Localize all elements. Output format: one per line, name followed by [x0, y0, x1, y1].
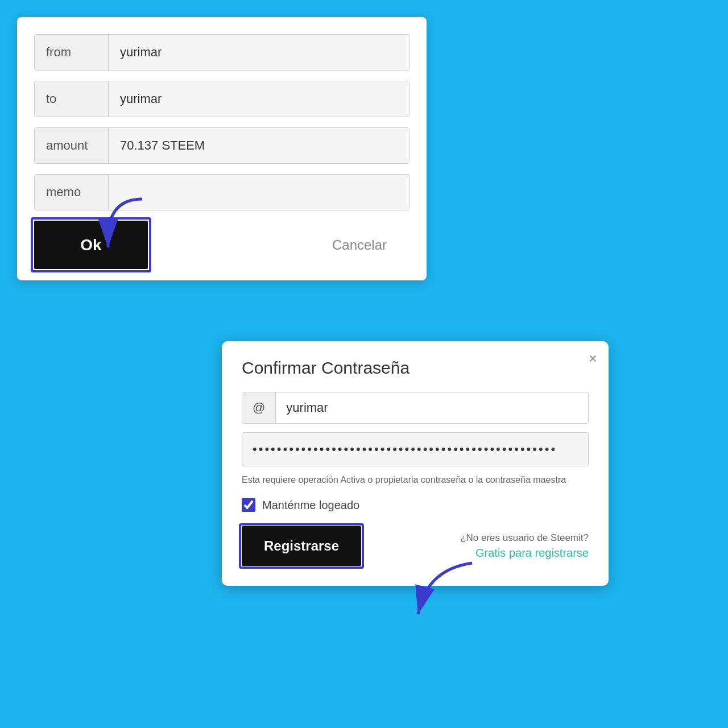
amount-row: amount 70.137 STEEM	[34, 127, 410, 164]
free-register-link[interactable]: Gratis para registrarse	[475, 547, 589, 559]
to-label: to	[35, 81, 109, 117]
not-user-text: ¿No eres usuario de Steemit?	[460, 532, 589, 544]
username-row: @ yurimar	[242, 392, 589, 424]
password-field[interactable]: ••••••••••••••••••••••••••••••••••••••••…	[242, 432, 589, 466]
from-label: from	[35, 35, 109, 70]
register-button[interactable]: Registrarse	[242, 526, 361, 566]
register-button-wrapper: Registrarse	[242, 526, 361, 566]
memo-value	[109, 175, 409, 209]
cancel-button[interactable]: Cancelar	[332, 237, 410, 253]
to-value: yurimar	[109, 81, 409, 117]
from-value: yurimar	[109, 35, 409, 70]
from-row: from yurimar	[34, 34, 410, 71]
ok-arrow-icon	[74, 193, 148, 262]
register-arrow-icon	[387, 557, 478, 626]
helper-text: Esta requiere operación Activa o propiet…	[242, 473, 589, 487]
keep-logged-label: Manténme logeado	[262, 499, 359, 512]
keep-logged-checkbox[interactable]	[242, 498, 255, 512]
amount-value: 70.137 STEEM	[109, 128, 409, 163]
close-button[interactable]: ×	[589, 350, 597, 367]
username-value: yurimar	[276, 392, 588, 423]
at-symbol: @	[242, 392, 276, 423]
to-row: to yurimar	[34, 81, 410, 117]
dialog-title: Confirmar Contraseña	[242, 358, 589, 378]
keep-logged-row: Manténme logeado	[242, 498, 589, 512]
confirm-password-dialog: × Confirmar Contraseña @ yurimar •••••••…	[222, 341, 609, 586]
register-right: ¿No eres usuario de Steemit? Gratis para…	[460, 532, 589, 560]
amount-label: amount	[35, 128, 109, 163]
